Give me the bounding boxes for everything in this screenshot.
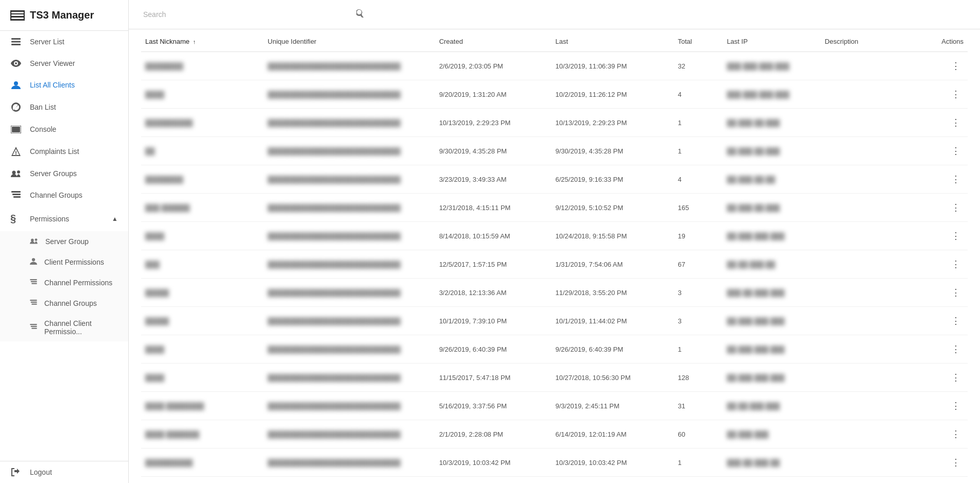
cell-actions[interactable]: ⋮ (919, 194, 968, 222)
svg-rect-9 (12, 194, 21, 195)
more-options-button[interactable]: ⋮ (948, 144, 964, 158)
cell-nickname: ██████████ (141, 109, 264, 137)
sidebar-item-server-viewer[interactable]: Server Viewer (0, 53, 128, 74)
sidebar-item-ban-list-label: Ban List (30, 103, 56, 111)
cell-total: 1 (674, 449, 723, 477)
cell-actions[interactable]: ⋮ (919, 137, 968, 165)
sidebar-item-channel-permissions[interactable]: Channel Permissions (0, 272, 128, 293)
cell-last: 9/12/2019, 5:10:52 PM (552, 194, 674, 222)
more-options-button[interactable]: ⋮ (948, 173, 964, 186)
more-options-button[interactable]: ⋮ (948, 201, 964, 214)
svg-rect-0 (11, 38, 21, 40)
more-options-button[interactable]: ⋮ (948, 427, 964, 441)
more-options-button[interactable]: ⋮ (948, 116, 964, 129)
cell-uid: ████████████████████████████ (264, 449, 435, 477)
svg-point-7 (17, 170, 20, 174)
col-header-nickname[interactable]: Last Nickname ↑ (141, 29, 264, 52)
search-button[interactable] (355, 8, 366, 21)
cell-created: 9/30/2019, 4:35:28 PM (435, 137, 552, 165)
col-header-last[interactable]: Last (552, 29, 674, 52)
col-header-total[interactable]: Total (674, 29, 723, 52)
cell-uid: ████████████████████████████ (264, 165, 435, 194)
svg-point-3 (14, 81, 18, 85)
cell-actions[interactable]: ⋮ (919, 109, 968, 137)
cell-actions[interactable]: ⋮ (919, 222, 968, 250)
cell-created: 12/31/2018, 4:15:11 PM (435, 194, 552, 222)
channel-client-permissions-icon (30, 323, 37, 332)
cell-description (821, 392, 919, 420)
cell-total: 32 (674, 52, 723, 80)
table-row: ████ ███████████████████████████████████… (141, 420, 968, 449)
app-logo: TS3 Manager (0, 0, 128, 31)
client-permissions-icon (30, 257, 37, 267)
cell-last: 9/26/2019, 6:40:39 PM (552, 335, 674, 364)
cell-actions[interactable]: ⋮ (919, 420, 968, 449)
table-row: ████████████████████████████████████2/6/… (141, 52, 968, 80)
cell-created: 3/2/2018, 12:13:36 AM (435, 279, 552, 307)
table-row: ████████████████████████████████11/15/20… (141, 364, 968, 392)
more-options-button[interactable]: ⋮ (948, 88, 964, 101)
sidebar-item-console[interactable]: Console (0, 118, 128, 140)
search-input[interactable] (141, 7, 368, 22)
sidebar-item-client-permissions[interactable]: Client Permissions (0, 252, 128, 272)
svg-rect-21 (31, 326, 37, 327)
cell-actions[interactable]: ⋮ (919, 165, 968, 194)
sidebar-item-ban-list[interactable]: Ban List (0, 96, 128, 118)
more-options-button[interactable]: ⋮ (948, 456, 964, 469)
sidebar-item-server-group[interactable]: Server Group (0, 231, 128, 252)
permissions-section-header[interactable]: § Permissions ▲ (0, 206, 128, 231)
col-header-created[interactable]: Created (435, 29, 552, 52)
col-header-uid[interactable]: Unique Identifier (264, 29, 435, 52)
cell-created: 2/6/2019, 2:03:05 PM (435, 52, 552, 80)
svg-rect-8 (11, 191, 21, 193)
cell-created: 9/26/2019, 6:40:39 PM (435, 335, 552, 364)
cell-uid: ████████████████████████████ (264, 335, 435, 364)
sidebar-item-server-groups[interactable]: Server Groups (0, 163, 128, 184)
sidebar-item-list-all-clients[interactable]: List All Clients (0, 74, 128, 96)
cell-actions[interactable]: ⋮ (919, 335, 968, 364)
more-options-button[interactable]: ⋮ (948, 229, 964, 243)
cell-actions[interactable]: ⋮ (919, 80, 968, 109)
ban-list-icon (10, 102, 22, 112)
cell-actions[interactable]: ⋮ (919, 392, 968, 420)
sidebar-item-channel-groups[interactable]: Channel Groups (0, 184, 128, 206)
table-header: Last Nickname ↑ Unique Identifier Create… (141, 29, 968, 52)
cell-created: 11/15/2017, 5:47:18 PM (435, 364, 552, 392)
sidebar-item-channel-groups-sub[interactable]: Channel Groups (0, 293, 128, 314)
cell-description (821, 449, 919, 477)
table-row: ████████████████████████████████9/26/201… (141, 335, 968, 364)
sidebar-item-console-label: Console (30, 125, 56, 133)
sidebar-item-channel-client-permissions[interactable]: Channel Client Permissio... (0, 314, 128, 341)
cell-actions[interactable]: ⋮ (919, 279, 968, 307)
cell-actions[interactable]: ⋮ (919, 52, 968, 80)
col-header-description[interactable]: Description (821, 29, 919, 52)
more-options-button[interactable]: ⋮ (948, 342, 964, 356)
sidebar-item-list-all-clients-label: List All Clients (30, 81, 75, 89)
server-groups-icon (10, 170, 22, 177)
sidebar-item-client-permissions-label: Client Permissions (44, 258, 104, 266)
cell-actions[interactable]: ⋮ (919, 449, 968, 477)
cell-ip: ██.███.██.███ (723, 194, 820, 222)
permissions-chevron-icon: ▲ (112, 215, 118, 222)
sidebar-item-complaints-list[interactable]: Complaints List (0, 140, 128, 163)
more-options-button[interactable]: ⋮ (948, 59, 964, 73)
more-options-button[interactable]: ⋮ (948, 399, 964, 412)
cell-uid: ████████████████████████████ (264, 250, 435, 279)
sidebar-item-server-list[interactable]: Server List (0, 31, 128, 53)
more-options-button[interactable]: ⋮ (948, 286, 964, 299)
channel-groups-sub-icon (30, 299, 37, 308)
svg-rect-10 (13, 196, 21, 198)
cell-last: 6/14/2019, 12:01:19 AM (552, 420, 674, 449)
more-options-button[interactable]: ⋮ (948, 257, 964, 271)
more-options-button[interactable]: ⋮ (948, 371, 964, 384)
cell-ip: ██.██.███.███ (723, 392, 820, 420)
sidebar-item-channel-groups-label: Channel Groups (30, 191, 82, 199)
cell-actions[interactable]: ⋮ (919, 364, 968, 392)
col-header-ip[interactable]: Last IP (723, 29, 820, 52)
sidebar-item-logout[interactable]: Logout (0, 461, 128, 483)
cell-actions[interactable]: ⋮ (919, 250, 968, 279)
more-options-button[interactable]: ⋮ (948, 314, 964, 327)
list-all-clients-icon (10, 81, 22, 89)
cell-description (821, 165, 919, 194)
cell-actions[interactable]: ⋮ (919, 307, 968, 335)
